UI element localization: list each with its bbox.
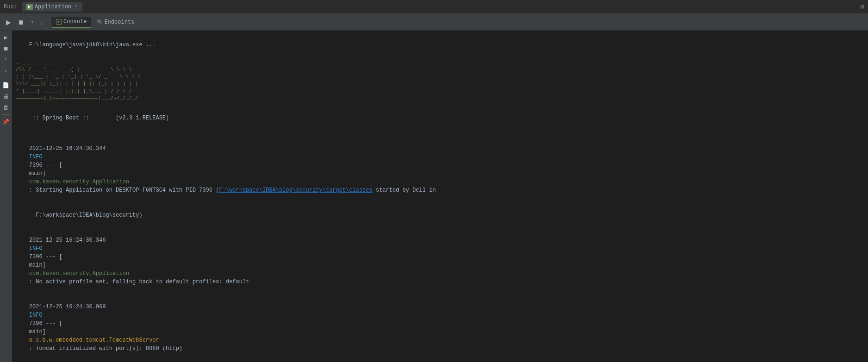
spring-banner-line-1: . ____ _ __ _ _ — [16, 59, 864, 66]
side-btn-pin[interactable]: 📌 — [1, 117, 11, 127]
side-btn-down[interactable]: ↓ — [1, 66, 11, 76]
run-label: Run: — [4, 4, 17, 10]
endpoints-icon: 🔌 — [97, 19, 102, 25]
endpoints-tab-label: Endpoints — [104, 19, 134, 25]
side-btn-file[interactable]: 📄 — [1, 80, 11, 90]
side-toolbar: ▶ ⏹ ↑ ↓ 📄 🖨 🗑 📌 — [0, 31, 12, 362]
tab-console[interactable]: ▶ Console — [51, 17, 91, 28]
side-divider-1 — [2, 78, 10, 78]
side-btn-run[interactable]: ▶ — [1, 32, 11, 43]
log-entry-3: 2021-12-25 16:24:30.969 INFO 7396 --- [ … — [16, 294, 864, 361]
close-tab-button[interactable]: × — [75, 4, 78, 9]
run-button[interactable]: ▶ — [4, 17, 13, 27]
scroll-down-button[interactable]: ↓ — [38, 17, 46, 27]
toolbar: ▶ ⏹ ↑ ↓ ▶ Console 🔌 Endpoints — [0, 14, 868, 31]
spring-banner-line-3: ( ( )\___ | '_ | '_| | '_ \/ _` | \ \ \ … — [16, 74, 864, 81]
java-path-line: F:\language\java\jdk8\bin\java.exe ... — [16, 32, 864, 57]
spring-banner-line-6: =========|_|===============|___/=/_/_/_/ — [16, 95, 864, 102]
side-btn-up[interactable]: ↑ — [1, 55, 11, 65]
side-btn-stop[interactable]: ⏹ — [1, 44, 11, 54]
console-icon: ▶ — [56, 19, 62, 25]
log-entry-1b: F:\workspace\IDEA\blog\security) — [16, 203, 864, 228]
tab-bar: ▶ Console 🔌 Endpoints — [51, 17, 139, 28]
side-btn-clear[interactable]: 🗑 — [1, 102, 11, 112]
spring-version-line: :: Spring Boot :: (v2.3.1.RELEASE) — [16, 106, 864, 131]
scroll-up-button[interactable]: ↑ — [28, 17, 36, 27]
log-entry-2: 2021-12-25 16:24:30.346 INFO 7396 --- [ … — [16, 228, 864, 294]
settings-icon[interactable]: ⚙ — [861, 3, 864, 11]
spring-banner-line-2: /\\ / ___'_ __ _ _(_)_ __ __ _ \ \ \ \ — [16, 66, 864, 73]
app-icon: ▶ — [26, 4, 33, 10]
stop-button[interactable]: ⏹ — [15, 17, 26, 27]
tab-endpoints[interactable]: 🔌 Endpoints — [92, 17, 139, 27]
title-bar: Run: ▶ Application × ⚙ — [0, 0, 868, 14]
app-tab-label: Application — [35, 4, 71, 10]
app-tab[interactable]: ▶ Application × — [22, 2, 82, 12]
spring-banner-line-5: ' |____| .__|_| |_|_| |_\__, | / / / / — [16, 88, 864, 95]
spring-banner-line-4: \\\/ ___)| |_)| | | | | || (_| | ) ) ) ) — [16, 81, 864, 87]
side-btn-print[interactable]: 🖨 — [1, 91, 11, 101]
console-tab-label: Console — [63, 19, 87, 25]
toolbar-left: ▶ ⏹ ↑ ↓ — [4, 17, 46, 27]
log-entry-1: 2021-12-25 16:24:30.344 INFO 7396 --- [ … — [16, 136, 864, 203]
console-area[interactable]: F:\language\java\jdk8\bin\java.exe ... .… — [12, 31, 868, 362]
side-divider-2 — [2, 114, 10, 115]
spring-banner: . ____ _ __ _ _ /\\ / ___'_ __ _ _(_)_ _… — [16, 59, 864, 102]
